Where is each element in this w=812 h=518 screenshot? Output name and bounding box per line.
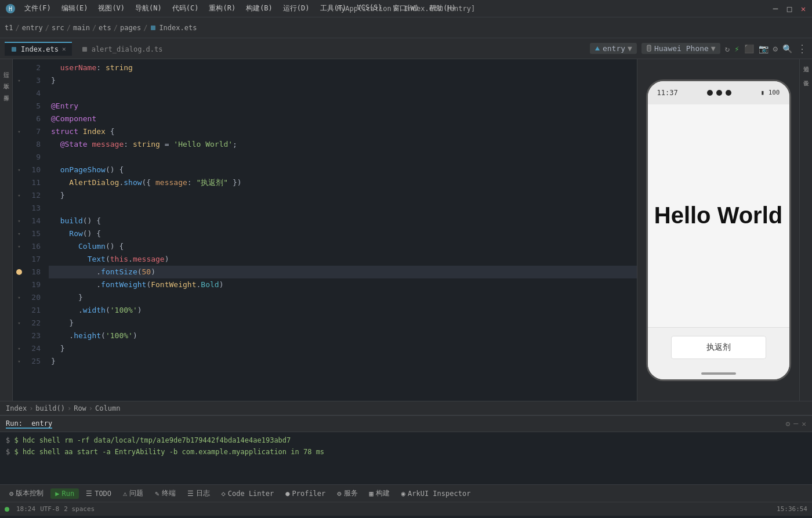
menu-view[interactable]: 视图(V)	[93, 2, 129, 15]
version-control-icon: ⚙	[9, 490, 13, 498]
camera-icon[interactable]: 📷	[759, 44, 768, 53]
fold-icon-16[interactable]: ▾	[17, 244, 20, 249]
bc-build[interactable]: build()	[35, 404, 65, 412]
code-line-3: }	[49, 74, 637, 87]
code-line-6: @Component	[49, 113, 637, 125]
terminal-settings-icon[interactable]: ⚙	[786, 419, 791, 428]
btn-version-control[interactable]: ⚙ 版本控制	[5, 487, 48, 499]
btn-code-linter[interactable]: ◇ Code Linter	[217, 488, 279, 499]
bc-row[interactable]: Row	[74, 404, 86, 412]
menu-run[interactable]: 运行(D)	[278, 2, 314, 15]
gutter-23	[13, 329, 26, 342]
breadcrumb-pages: pages	[120, 24, 141, 32]
entry-dropdown[interactable]: entry ▼	[590, 43, 637, 54]
gutter-20: ▾	[13, 291, 26, 304]
btn-run[interactable]: ▶ Run	[50, 488, 79, 499]
terminal-run-tab[interactable]: Run: entry	[6, 419, 52, 429]
btn-services[interactable]: ⚙ 服务	[332, 487, 362, 499]
code-line-5: @Entry	[49, 100, 637, 113]
gutter-9	[13, 151, 26, 164]
btn-todo[interactable]: ☰ TODO	[81, 488, 116, 499]
breadcrumb-main: main	[73, 24, 90, 32]
build-icon[interactable]: ⚡	[734, 44, 739, 53]
device-dropdown[interactable]: Huawei Phone ▼	[641, 43, 720, 54]
menu-code[interactable]: 代码(C)	[168, 2, 204, 15]
status-left: 18:24 UTF-8 2 spaces	[5, 505, 95, 513]
fold-icon-20[interactable]: ▾	[17, 295, 20, 300]
btn-build[interactable]: ▦ 构建	[365, 487, 394, 499]
fold-icon-15[interactable]: ▾	[17, 231, 20, 237]
bc-column[interactable]: Column	[95, 404, 120, 412]
left-sidebar: 运行 版本 服务	[0, 59, 13, 401]
build-toolbar-icon: ▦	[369, 490, 374, 498]
btn-log[interactable]: ☰ 日志	[183, 487, 215, 499]
terminal-close-icon[interactable]: ─	[793, 419, 798, 428]
fold-icon-10[interactable]: ▾	[17, 167, 20, 173]
phone-dialog-area: 执返剂	[648, 327, 789, 368]
tab-index-ets[interactable]: Index.ets ✕	[5, 42, 72, 56]
fold-icon-12[interactable]: ▾	[17, 193, 20, 198]
code-text[interactable]: userName: string } @Entry @Component str…	[49, 61, 637, 401]
minimize-button[interactable]: ─	[771, 5, 780, 13]
btn-problems[interactable]: ⚠ 问题	[118, 487, 148, 499]
breadcrumb-file[interactable]: Index.ets	[159, 24, 197, 32]
svg-rect-2	[151, 26, 155, 30]
status-green-indicator	[5, 507, 12, 512]
title-bar: H 文件(F) 编辑(E) 视图(V) 导航(N) 代码(C) 重构(R) 构建…	[0, 0, 812, 17]
gutter-22: ▾	[13, 317, 26, 329]
fold-icon-3[interactable]: ▾	[17, 78, 20, 84]
terminal-expand-icon[interactable]: ✕	[802, 419, 806, 428]
code-line-9	[49, 151, 637, 164]
btn-terminal[interactable]: ✎ 终端	[150, 487, 180, 499]
menu-file[interactable]: 文件(F)	[20, 2, 56, 15]
code-line-15: Row() {	[49, 227, 637, 240]
phone-hello-text: Hello World	[654, 202, 782, 229]
tab-alert-dialog[interactable]: alert_dialog.d.ts	[75, 42, 169, 56]
btn-problems-label: 问题	[129, 488, 143, 498]
gutter-8	[13, 138, 26, 151]
search-icon[interactable]: 🔍	[782, 44, 792, 53]
services-icon: ⚙	[337, 490, 341, 498]
breadcrumb-t1: t1	[5, 24, 13, 32]
code-line-23: .height('100%')	[49, 329, 637, 342]
gutter-7: ▾	[13, 125, 26, 138]
status-encoding: UTF-8	[40, 505, 59, 513]
code-line-22: }	[49, 317, 637, 329]
sync-icon[interactable]: ↻	[725, 44, 730, 53]
phone-time: 11:37	[657, 89, 678, 97]
close-button[interactable]: ✕	[799, 5, 807, 13]
phone-cameras	[707, 90, 731, 96]
window-title: MyApplication - Index.ets [entry]	[337, 5, 475, 13]
fold-icon-25[interactable]: ▾	[17, 358, 20, 364]
gutter-6	[13, 113, 26, 125]
bc-index[interactable]: Index	[6, 404, 27, 412]
menu-nav[interactable]: 导航(N)	[130, 2, 166, 15]
menu-build[interactable]: 构建(B)	[241, 2, 277, 15]
btn-build-label: 构建	[376, 488, 390, 498]
line-numbers: 2 3 4 5 6 7 8 9 10 11 12 13 14 15 16 17 …	[26, 61, 49, 401]
code-line-21: .width('100%')	[49, 304, 637, 317]
menu-edit[interactable]: 编辑(E)	[57, 2, 93, 15]
settings-icon[interactable]: ⚙	[773, 44, 778, 53]
tab-bar: t1 / entry / src / main / ets / pages / …	[0, 17, 812, 38]
btn-profiler[interactable]: ● Profiler	[281, 488, 330, 499]
phone-dialog-button[interactable]: 执返剂	[671, 336, 766, 359]
code-line-12: }	[49, 189, 637, 202]
fold-icon-22[interactable]: ▾	[17, 320, 20, 326]
menu-refactor[interactable]: 重构(R)	[204, 2, 240, 15]
maximize-button[interactable]: □	[785, 5, 793, 13]
breadcrumb-ets: ets	[99, 24, 111, 32]
fold-icon-24[interactable]: ▾	[17, 346, 20, 352]
code-line-10: onPageShow() {	[49, 164, 637, 176]
status-line-col: 18:24	[16, 505, 35, 513]
terminal-line-2: $ $ hdc shell aa start -a EntryAbility -…	[6, 446, 806, 458]
code-line-8: @State message: string = 'Hello World';	[49, 138, 637, 151]
code-line-24: }	[49, 342, 637, 355]
fold-icon-7[interactable]: ▾	[17, 129, 20, 135]
btn-arkui-inspector-label: ArkUI Inspector	[408, 490, 470, 498]
fold-icon-14[interactable]: ▾	[17, 218, 20, 224]
more-icon[interactable]: ⋮	[797, 42, 807, 55]
gutter-14: ▾	[13, 215, 26, 227]
stop-icon[interactable]: ⬛	[744, 44, 754, 53]
btn-arkui-inspector[interactable]: ◉ ArkUI Inspector	[397, 488, 476, 499]
